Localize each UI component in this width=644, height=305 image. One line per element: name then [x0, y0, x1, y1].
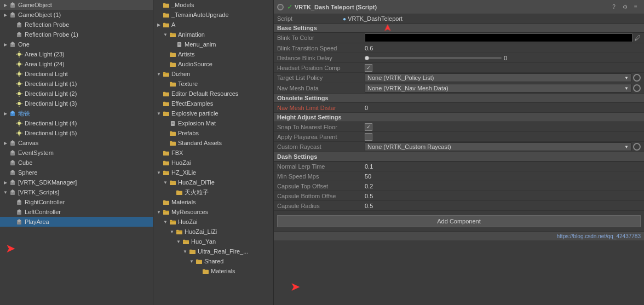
- hierarchy-label-al24: Area Light (24): [25, 61, 65, 67]
- hierarchy-item-dl6[interactable]: Directional Light (5): [0, 128, 153, 138]
- project-item-0[interactable]: _Models: [153, 0, 273, 10]
- svg-point-20: [18, 72, 21, 76]
- help-icon[interactable]: ?: [609, 2, 619, 12]
- project-item-17[interactable]: HZ_XiLie: [153, 168, 273, 177]
- hierarchy-item-dl5[interactable]: Directional Light (4): [0, 118, 153, 128]
- project-item-13[interactable]: Prefabs: [153, 128, 273, 138]
- hierarchy-item-leftctrl[interactable]: LeftController: [0, 207, 153, 217]
- color-box-base-0[interactable]: 🖊: [365, 33, 641, 42]
- add-component-button[interactable]: Add Component: [277, 215, 641, 227]
- project-arrow-18[interactable]: [162, 179, 169, 186]
- project-arrow-25[interactable]: [182, 248, 188, 255]
- hierarchy-item-go2[interactable]: GameObject (1): [0, 10, 153, 20]
- hierarchy-item-eventsys[interactable]: EventSystem: [0, 148, 153, 158]
- project-item-6[interactable]: AudioSource: [153, 59, 273, 69]
- url-bar: https://blog.csdn.net/qq_42437783: [274, 232, 644, 240]
- hierarchy-item-one[interactable]: One: [0, 39, 153, 49]
- hierarchy-item-al24[interactable]: Area Light (24): [0, 59, 153, 69]
- project-arrow-11[interactable]: [156, 110, 162, 117]
- project-arrow-22[interactable]: [162, 218, 169, 225]
- project-arrow-2[interactable]: [156, 21, 162, 28]
- prop-row-base-0: Blink To Color🖊: [274, 33, 644, 43]
- hierarchy-label-playarea: PlayArea: [25, 218, 49, 225]
- hierarchy-item-canvas[interactable]: Canvas: [0, 138, 153, 148]
- hierarchy-item-dl1[interactable]: Directional Light: [0, 69, 153, 79]
- hierarchy-item-vrtk_scripts[interactable]: [VRTK_Scripts]: [0, 187, 153, 197]
- hierarchy-arrow-go1[interactable]: [2, 2, 9, 8]
- project-item-24[interactable]: Huo_Yan: [153, 237, 273, 246]
- project-item-7[interactable]: Dizhen: [153, 69, 273, 79]
- project-item-14[interactable]: Standard Assets: [153, 138, 273, 148]
- hierarchy-label-dl2: Directional Light (1): [25, 80, 77, 87]
- component-enable-toggle[interactable]: [277, 4, 284, 10]
- project-item-16[interactable]: HuoZai: [153, 158, 273, 168]
- project-arrow-3[interactable]: [162, 31, 169, 38]
- hierarchy-item-dizhi[interactable]: 地铁: [0, 108, 153, 118]
- project-label-20: Materials: [171, 199, 196, 205]
- hierarchy-arrow-go2[interactable]: [2, 11, 9, 18]
- settings-icon[interactable]: ⚙: [620, 2, 630, 12]
- select-dot-base-5[interactable]: [633, 84, 641, 92]
- project-item-10[interactable]: EffectExamples: [153, 99, 273, 108]
- project-item-25[interactable]: Ultra_Real_Fire_...: [153, 246, 273, 256]
- hierarchy-arrow-vrtk_sdk[interactable]: [2, 179, 9, 186]
- dropdown-base-5[interactable]: None (VRTK_Nav Mesh Data)▼: [365, 84, 631, 93]
- project-arrow-24[interactable]: [175, 238, 182, 245]
- project-item-18[interactable]: HuoZai_DiTie: [153, 177, 273, 187]
- slider-base-2[interactable]: 0: [365, 55, 641, 61]
- checkbox-height-0[interactable]: ✓: [365, 123, 372, 131]
- project-item-8[interactable]: Texture: [153, 79, 273, 89]
- hierarchy-arrow-one[interactable]: [2, 41, 9, 48]
- hierarchy-item-rp1[interactable]: Reflection Probe: [0, 20, 153, 30]
- hierarchy-item-vrtk_sdk[interactable]: [VRTK_SDKManager]: [0, 177, 153, 187]
- project-arrow-23[interactable]: [169, 228, 175, 235]
- section-header-dash[interactable]: Dash Settings: [274, 152, 644, 162]
- select-dot-height-2[interactable]: [633, 143, 641, 151]
- hierarchy-item-rightctrl[interactable]: RightController: [0, 197, 153, 207]
- project-item-22[interactable]: HuoZai: [153, 217, 273, 227]
- section-header-height[interactable]: Height Adjust Settings: [274, 113, 644, 122]
- eyedropper-icon[interactable]: 🖊: [635, 34, 641, 41]
- hierarchy-item-playarea[interactable]: PlayArea: [0, 217, 153, 227]
- checkbox-height-1[interactable]: [365, 133, 372, 141]
- hierarchy-arrow-dizhi[interactable]: [2, 110, 9, 117]
- project-item-12[interactable]: Explosion Mat: [153, 118, 273, 128]
- project-item-2[interactable]: A: [153, 20, 273, 30]
- hierarchy-arrow-canvas[interactable]: [2, 140, 9, 146]
- project-item-9[interactable]: Editor Default Resources: [153, 89, 273, 99]
- project-item-27[interactable]: Materials: [153, 266, 273, 276]
- hierarchy-item-go1[interactable]: GameObject: [0, 0, 153, 10]
- dropdown-height-2[interactable]: None (VRTK_Custom Raycast)▼: [365, 142, 631, 151]
- project-arrow-26[interactable]: [188, 258, 195, 264]
- hierarchy-item-dl3[interactable]: Directional Light (2): [0, 89, 153, 99]
- script-row: Script ● VRTK_DashTeleport: [274, 14, 644, 24]
- project-item-23[interactable]: HuoZai_LiZi: [153, 227, 273, 237]
- hierarchy-item-rp2[interactable]: Reflection Probe (1): [0, 30, 153, 39]
- section-header-obsolete[interactable]: Obsolete Settings: [274, 94, 644, 103]
- project-item-26[interactable]: Shared: [153, 256, 273, 266]
- more-icon[interactable]: ≡: [631, 2, 641, 12]
- project-item-20[interactable]: Materials: [153, 197, 273, 207]
- hierarchy-item-dl4[interactable]: Directional Light (3): [0, 99, 153, 108]
- project-item-4[interactable]: Menu_anim: [153, 39, 273, 49]
- svg-point-30: [18, 92, 21, 95]
- project-item-21[interactable]: MyResources: [153, 207, 273, 217]
- dropdown-base-4[interactable]: None (VRTK_Policy List)▼: [365, 73, 631, 82]
- project-arrow-21[interactable]: [156, 209, 162, 215]
- checkbox-base-3[interactable]: ✓: [365, 64, 372, 72]
- hierarchy-item-al23[interactable]: Area Light (23): [0, 49, 153, 59]
- project-item-15[interactable]: FBX: [153, 148, 273, 158]
- hierarchy-item-sphere[interactable]: Sphere: [0, 168, 153, 177]
- project-item-1[interactable]: _TerrainAutoUpgrade: [153, 10, 273, 20]
- project-arrow-17[interactable]: [156, 169, 162, 176]
- hierarchy-item-cube[interactable]: Cube: [0, 158, 153, 168]
- project-item-11[interactable]: Explosive particle: [153, 108, 273, 118]
- hierarchy-arrow-vrtk_scripts[interactable]: [2, 189, 9, 195]
- select-dot-base-4[interactable]: [633, 74, 641, 82]
- hierarchy-item-dl2[interactable]: Directional Light (1): [0, 79, 153, 89]
- project-item-3[interactable]: Animation: [153, 30, 273, 39]
- project-item-5[interactable]: Artists: [153, 49, 273, 59]
- project-item-19[interactable]: 天火粒子: [153, 187, 273, 197]
- project-arrow-7[interactable]: [156, 71, 162, 77]
- section-header-base[interactable]: Base Settings: [274, 24, 644, 33]
